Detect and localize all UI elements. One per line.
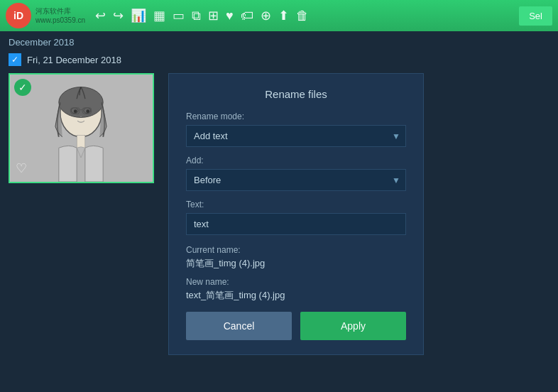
new-name-label: New name:	[186, 277, 406, 287]
text-label: Text:	[186, 200, 406, 209]
current-name-section: Current name: 简笔画_timg (4).jpg	[186, 245, 406, 270]
date-checkbox[interactable]: ✓	[9, 53, 21, 66]
grid-icon[interactable]: ▦	[153, 8, 165, 23]
current-name-label: Current name:	[186, 245, 406, 255]
rename-dialog: Rename files Rename mode: Add text Repla…	[168, 73, 424, 355]
redo-icon[interactable]: ↪	[113, 8, 124, 23]
content-row: ✓ ♡ Rename files Rename mode: Add text R…	[9, 73, 549, 355]
current-name-value: 简笔画_timg (4).jpg	[186, 257, 406, 270]
svg-point-5	[74, 109, 77, 113]
text-input[interactable]	[186, 213, 406, 235]
svg-point-2	[59, 87, 103, 118]
toolbar-icons-group: ↩ ↪ 📊 ▦ ▭ ⧉ ⊞ ♥ 🏷 ⊕ ⬆ 🗑	[95, 8, 515, 23]
date-label: Fri, 21 December 2018	[27, 55, 121, 65]
svg-point-6	[86, 109, 89, 113]
toolbar: iD 河东软件库www.ps0359.cn ↩ ↪ 📊 ▦ ▭ ⧉ ⊞ ♥ 🏷 …	[0, 0, 558, 31]
add-position-select-wrapper: Before After ▼	[186, 169, 406, 191]
main-content: December 2018 ✓ Fri, 21 December 2018	[0, 31, 558, 361]
image-thumbnail-container: ✓ ♡	[9, 73, 154, 183]
new-name-section: New name: text_简笔画_timg (4).jpg	[186, 277, 406, 302]
date-row: ✓ Fri, 21 December 2018	[9, 53, 549, 66]
rename-mode-label: Rename mode:	[186, 111, 406, 121]
svg-rect-7	[77, 136, 85, 148]
delete-icon[interactable]: 🗑	[296, 9, 309, 23]
rename-mode-select[interactable]: Add text Replace text Number files	[186, 125, 406, 147]
duplicate-icon[interactable]: ⊞	[208, 8, 219, 23]
add-position-select[interactable]: Before After	[186, 169, 406, 191]
copy-icon[interactable]: ⧉	[192, 9, 201, 23]
month-header: December 2018	[9, 37, 549, 48]
stats-icon[interactable]: 📊	[131, 8, 146, 23]
app-logo: iD	[6, 3, 31, 28]
apply-button[interactable]: Apply	[300, 312, 406, 340]
image-selected-indicator: ✓	[14, 79, 31, 96]
watermark-text: 河东软件库www.ps0359.cn	[35, 6, 85, 25]
cancel-button[interactable]: Cancel	[186, 312, 292, 340]
rect-icon[interactable]: ▭	[173, 8, 185, 23]
tag-icon[interactable]: 🏷	[241, 9, 253, 23]
undo-icon[interactable]: ↩	[95, 8, 106, 23]
rename-mode-select-wrapper: Add text Replace text Number files ▼	[186, 125, 406, 147]
select-button[interactable]: Sel	[519, 6, 552, 26]
add-icon[interactable]: ⊕	[261, 8, 271, 23]
dialog-title: Rename files	[186, 88, 406, 100]
image-thumbnail	[10, 75, 153, 182]
add-label: Add:	[186, 156, 406, 165]
heart-icon[interactable]: ♥	[226, 9, 234, 23]
export-icon[interactable]: ⬆	[278, 8, 289, 23]
new-name-value: text_简笔画_timg (4).jpg	[186, 289, 406, 302]
dialog-button-row: Cancel Apply	[186, 312, 406, 340]
image-favorite-icon[interactable]: ♡	[16, 160, 27, 176]
